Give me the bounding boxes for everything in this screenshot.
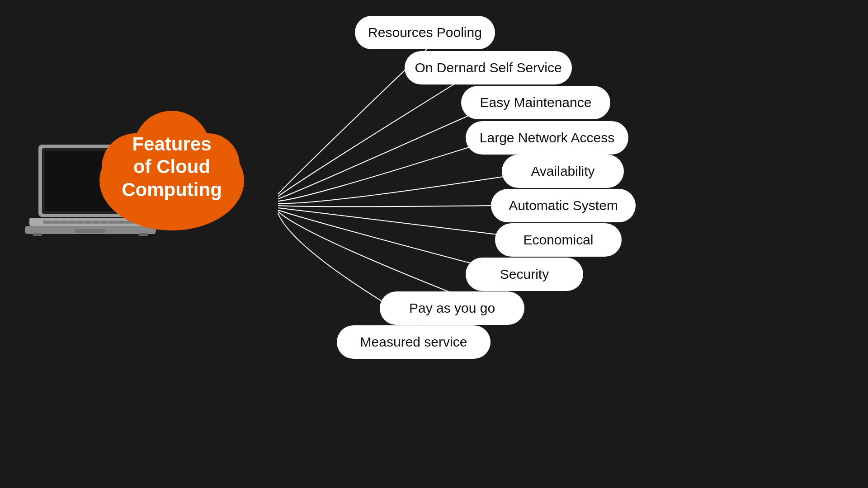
svg-rect-5 [44,221,51,223]
svg-rect-7 [60,221,67,223]
feature-box-availability: Availability [502,155,624,188]
feature-box-easy-maintenance: Easy Maintenance [461,86,610,119]
svg-rect-6 [52,221,59,223]
feature-box-automatic-system: Automatic System [491,189,636,222]
svg-rect-18 [33,233,42,236]
feature-box-security: Security [466,258,583,291]
feature-box-measured-service: Measured service [337,325,491,359]
cloud-shape: Features of Cloud Computing [77,90,267,244]
cloud-label: Features of Cloud Computing [108,133,235,201]
svg-rect-8 [68,221,75,223]
feature-box-on-demand: On Dernard Self Service [405,51,572,84]
feature-box-large-network: Large Network Access [466,121,628,155]
feature-box-economical: Economical [495,223,622,257]
feature-box-pay-as-you-go: Pay as you go [380,291,524,325]
feature-box-resources-pooling: Resources Pooling [355,16,495,49]
